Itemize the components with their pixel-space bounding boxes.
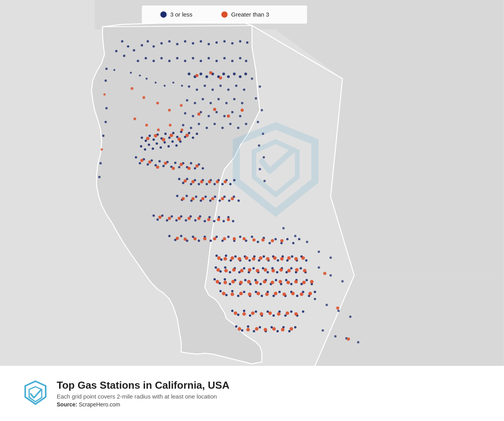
svg-point-276 [263, 255, 265, 258]
svg-point-202 [211, 197, 214, 200]
svg-point-248 [269, 242, 271, 244]
svg-point-122 [202, 98, 204, 100]
svg-point-173 [261, 109, 263, 111]
svg-point-190 [200, 199, 202, 202]
svg-point-145 [197, 113, 200, 116]
svg-point-374 [278, 291, 281, 293]
svg-point-302 [229, 271, 231, 273]
svg-point-49 [239, 75, 242, 78]
svg-point-390 [300, 293, 303, 296]
svg-point-89 [146, 163, 149, 166]
svg-point-55 [145, 140, 147, 142]
svg-point-19 [208, 43, 210, 45]
svg-point-388 [282, 293, 286, 296]
svg-point-254 [176, 237, 179, 240]
svg-point-367 [237, 295, 239, 297]
svg-point-326 [271, 269, 275, 273]
svg-point-119 [243, 89, 245, 91]
svg-point-416 [253, 330, 255, 332]
svg-point-293 [266, 257, 269, 261]
svg-point-241 [227, 236, 230, 238]
svg-point-392 [231, 310, 233, 312]
svg-point-148 [241, 109, 244, 112]
svg-point-261 [243, 237, 246, 240]
svg-text:Greater than 3: Greater than 3 [231, 11, 269, 18]
svg-point-409 [268, 312, 272, 315]
svg-point-286 [217, 256, 221, 260]
svg-point-171 [259, 85, 261, 88]
svg-point-229 [217, 218, 220, 221]
svg-point-16 [184, 40, 186, 43]
svg-point-439 [334, 335, 337, 338]
svg-point-427 [263, 328, 267, 332]
svg-point-174 [257, 121, 259, 123]
svg-point-324 [256, 269, 259, 273]
svg-point-201 [201, 197, 204, 200]
svg-point-404 [302, 310, 304, 313]
svg-point-467 [133, 117, 136, 120]
svg-point-228 [207, 218, 210, 221]
svg-point-75 [140, 145, 142, 148]
svg-point-147 [227, 115, 230, 118]
svg-point-193 [214, 195, 216, 198]
svg-point-96 [174, 162, 176, 164]
svg-point-131 [208, 115, 210, 117]
svg-point-187 [185, 195, 188, 197]
svg-point-139 [206, 127, 208, 129]
svg-point-207 [161, 214, 163, 217]
svg-point-81 [163, 141, 166, 144]
svg-point-343 [275, 279, 277, 281]
svg-point-249 [274, 238, 277, 240]
svg-point-32 [192, 57, 194, 59]
scrape-hero-logo [24, 380, 47, 407]
svg-point-61 [168, 137, 170, 139]
svg-point-444 [347, 338, 350, 341]
svg-point-371 [261, 295, 263, 297]
svg-point-312 [276, 271, 278, 273]
svg-point-24 [246, 41, 248, 44]
svg-point-412 [294, 312, 298, 316]
footer-source-value: ScrapeHero.com [79, 401, 120, 408]
svg-point-163 [233, 179, 235, 182]
svg-point-134 [231, 111, 233, 113]
svg-point-69 [146, 137, 150, 140]
svg-point-180 [282, 227, 285, 229]
svg-point-7 [115, 50, 117, 52]
svg-point-53 [219, 76, 222, 80]
svg-point-106 [156, 166, 159, 169]
svg-point-199 [182, 197, 185, 200]
svg-point-377 [296, 295, 298, 297]
svg-point-452 [99, 162, 102, 165]
svg-point-424 [238, 327, 241, 331]
footer-title: Top Gas Stations in California, USA [57, 379, 230, 391]
svg-point-172 [255, 97, 257, 100]
svg-point-357 [263, 280, 266, 284]
svg-point-268 [225, 254, 227, 257]
svg-point-356 [255, 281, 258, 284]
svg-point-330 [303, 269, 306, 273]
svg-point-434 [314, 298, 316, 300]
svg-point-12 [152, 45, 155, 48]
svg-point-362 [302, 281, 306, 284]
svg-point-455 [130, 72, 132, 74]
svg-point-360 [286, 281, 290, 284]
svg-point-86 [135, 156, 137, 159]
svg-point-331 [213, 278, 216, 280]
svg-point-209 [170, 215, 173, 217]
svg-point-18 [200, 40, 202, 43]
svg-point-138 [198, 123, 200, 125]
svg-point-270 [234, 255, 237, 258]
svg-point-51 [195, 74, 198, 77]
svg-point-299 [215, 266, 217, 269]
svg-point-305 [243, 267, 245, 269]
svg-point-425 [246, 328, 250, 332]
svg-point-194 [219, 199, 221, 202]
svg-point-31 [184, 60, 186, 62]
svg-point-405 [234, 312, 237, 315]
svg-point-435 [326, 304, 328, 306]
svg-point-334 [229, 283, 231, 285]
svg-point-124 [217, 98, 220, 100]
svg-point-85 [179, 141, 182, 143]
svg-point-401 [284, 314, 287, 317]
svg-rect-4 [0, 0, 95, 366]
